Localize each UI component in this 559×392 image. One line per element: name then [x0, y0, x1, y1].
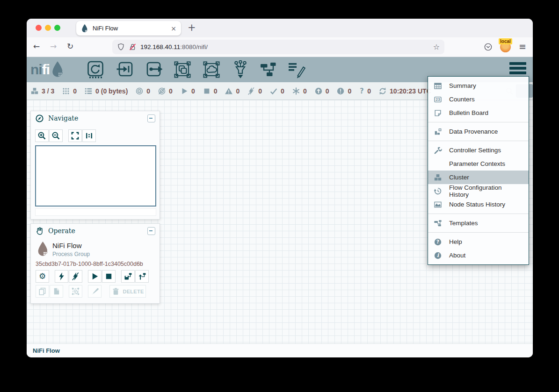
- menu-item-about[interactable]: i About: [428, 249, 529, 262]
- navigate-collapse-button[interactable]: [147, 114, 155, 122]
- not-transmitting-icon: [158, 87, 166, 95]
- profile-badge: local: [499, 38, 512, 44]
- shield-icon[interactable]: [117, 43, 125, 51]
- menu-item-help[interactable]: ? Help: [428, 235, 529, 249]
- delete-button[interactable]: DELETE: [109, 285, 146, 298]
- disabled-status: 0: [247, 87, 262, 95]
- not-transmitting-count: 0: [169, 87, 173, 95]
- menu-item-cluster[interactable]: Cluster: [428, 171, 529, 184]
- logo-text-fi: fi: [42, 62, 50, 78]
- menu-item-flow-configuration-history[interactable]: Flow Configuration History: [428, 184, 529, 198]
- forward-button[interactable]: →: [50, 42, 57, 51]
- group-selection-icon: [71, 287, 80, 296]
- nifi-favicon: [81, 24, 88, 33]
- nifi-app: nifi 3 / 3 0: [27, 57, 533, 357]
- tab-close-icon[interactable]: ×: [171, 25, 176, 32]
- menu-separator: [428, 122, 529, 122]
- cubes-icon: [434, 173, 442, 182]
- menu-label: Counters: [449, 96, 475, 103]
- fill-color-button[interactable]: [88, 285, 102, 298]
- modified-and-stale-status: 0: [336, 87, 351, 95]
- bookmark-star-icon[interactable]: ☆: [433, 43, 440, 51]
- funnel-component-icon[interactable]: [231, 60, 250, 79]
- output-port-component-icon[interactable]: [145, 60, 163, 79]
- upload-template-icon: [138, 272, 146, 281]
- birdseye-view[interactable]: [35, 145, 156, 207]
- browser-tab[interactable]: NiFi Flow ×: [76, 21, 181, 36]
- menu-item-data-provenance[interactable]: Data Provenance: [428, 125, 529, 138]
- nifi-drop-icon: [51, 61, 65, 78]
- tab-strip: NiFi Flow × +: [27, 19, 533, 37]
- sticky-note-icon: [434, 109, 442, 117]
- process-group-component-icon[interactable]: [173, 60, 192, 79]
- group-button[interactable]: [69, 285, 82, 298]
- menu-label: Data Provenance: [449, 128, 498, 135]
- brush-icon: [90, 287, 99, 296]
- menu-label: Bulletin Board: [449, 109, 488, 116]
- threads-icon: [62, 87, 70, 95]
- template-component-icon[interactable]: [259, 60, 278, 79]
- label-component-icon[interactable]: [288, 60, 306, 79]
- menu-item-parameter-contexts[interactable]: Parameter Contexts: [428, 157, 529, 171]
- save-template-button[interactable]: [121, 270, 135, 283]
- running-status: 0: [180, 87, 195, 95]
- navigate-panel-header: Navigate: [31, 111, 160, 125]
- browser-menu-icon[interactable]: ≡: [519, 41, 526, 51]
- url-path: :8080/nifi/: [180, 43, 208, 50]
- operate-collapse-button[interactable]: [147, 227, 155, 235]
- zoom-fit-button[interactable]: [68, 129, 82, 142]
- processor-component-icon[interactable]: [86, 60, 105, 79]
- disable-button[interactable]: [69, 270, 82, 283]
- check-icon: [269, 87, 278, 95]
- pocket-icon[interactable]: [484, 43, 493, 51]
- back-button[interactable]: ←: [33, 42, 40, 51]
- menu-item-node-status-history[interactable]: Node Status History: [428, 198, 529, 211]
- zoom-actual-size-button[interactable]: [82, 129, 96, 142]
- breadcrumb[interactable]: NiFi Flow: [33, 347, 60, 354]
- menu-item-templates[interactable]: Templates: [428, 216, 529, 230]
- copy-button[interactable]: [36, 285, 49, 298]
- process-group-drop-icon: [36, 241, 49, 257]
- paste-icon: [52, 287, 61, 296]
- refresh-icon[interactable]: [378, 87, 387, 95]
- menu-label: Cluster: [449, 174, 469, 181]
- menu-item-bulletin-board[interactable]: Bulletin Board: [428, 106, 529, 120]
- stop-icon: [104, 272, 113, 281]
- up-to-date-count: 0: [281, 87, 284, 95]
- input-port-component-icon[interactable]: [116, 60, 135, 79]
- menu-separator: [428, 214, 529, 214]
- insecure-lock-icon[interactable]: [129, 43, 137, 51]
- zoom-in-button[interactable]: [35, 129, 49, 142]
- traffic-minimize-button[interactable]: [45, 25, 51, 31]
- transmitting-status: 0: [135, 87, 150, 95]
- stop-button[interactable]: [102, 270, 116, 283]
- browser-toolbar: ← → ↻ 192.168.40.11:8080/nifi/ ☆ local ≡: [27, 37, 533, 57]
- reload-button[interactable]: ↻: [67, 42, 73, 51]
- menu-item-controller-settings[interactable]: Controller Settings: [428, 143, 529, 157]
- configuration-button[interactable]: ⚙: [36, 270, 49, 283]
- breadcrumb-bar: NiFi Flow: [27, 343, 533, 357]
- menu-item-summary[interactable]: Summary: [428, 79, 529, 93]
- upload-template-button[interactable]: [135, 270, 149, 283]
- active-threads-count: 0: [73, 87, 77, 95]
- zoom-out-button[interactable]: [49, 129, 63, 142]
- enable-button[interactable]: [55, 270, 68, 283]
- remote-process-group-component-icon[interactable]: [202, 60, 221, 79]
- queued-count: 0 (0 bytes): [95, 87, 128, 95]
- bolt-slash-icon: [71, 272, 80, 281]
- copy-icon: [38, 287, 47, 296]
- transmitting-icon: [135, 87, 144, 95]
- start-button[interactable]: [88, 270, 102, 283]
- new-tab-button[interactable]: +: [188, 22, 196, 33]
- operate-panel-title: Operate: [48, 227, 147, 235]
- queued-list-icon: [84, 87, 93, 95]
- fit-icon: [71, 131, 80, 140]
- global-menu: Summary 23 Counters Bulletin Board Data …: [428, 76, 529, 265]
- global-menu-button[interactable]: [509, 62, 526, 77]
- traffic-close-button[interactable]: [36, 25, 42, 31]
- url-bar[interactable]: 192.168.40.11:8080/nifi/ ☆: [112, 40, 444, 54]
- traffic-zoom-button[interactable]: [54, 25, 60, 31]
- paste-button[interactable]: [50, 285, 63, 298]
- birdseye-brush[interactable]: [35, 208, 156, 216]
- menu-item-counters[interactable]: 23 Counters: [428, 93, 529, 106]
